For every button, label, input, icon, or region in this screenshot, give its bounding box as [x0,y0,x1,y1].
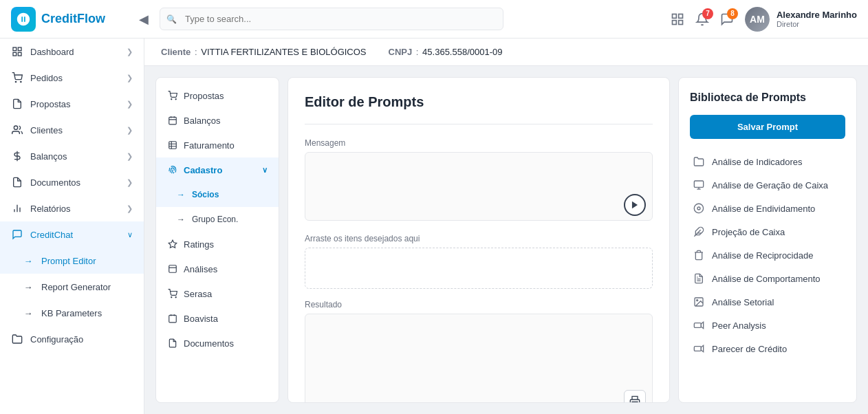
svg-rect-0 [672,14,676,18]
mensagem-wrapper [305,152,653,223]
editor-divider [305,124,653,124]
inner-sidebar-serasa[interactable]: Serasa [156,281,279,306]
inner-sidebar-boavista[interactable]: Boavista [156,306,279,331]
arrow-right-icon: → [22,254,34,267]
library-item-peer-analysis[interactable]: Peer Analysis [690,314,845,337]
video2-icon [693,342,705,355]
sidebar-item-balancos[interactable]: Balanços ❯ [0,143,144,169]
library-item-analise-comportamento[interactable]: Análise de Comportamento [690,267,845,290]
inner-sidebar-propostas[interactable]: Propostas [156,83,279,108]
user-name: Alexandre Marinho [777,10,857,20]
clientes-icon [11,124,23,136]
sidebar-item-propostas[interactable]: Propostas ❯ [0,91,144,117]
inner-sidebar-grupo-econ[interactable]: → Grupo Econ. [156,207,279,232]
svg-point-38 [697,207,700,210]
inner-sidebar-balancos[interactable]: Balanços [156,108,279,133]
user-info: AM Alexandre Marinho Diretor [745,7,857,32]
logo-icon [11,7,36,32]
svg-rect-30 [169,315,177,323]
star-icon [167,239,178,250]
cnpj-breadcrumb: CNPJ : 45.365.558/0001-09 [389,47,503,57]
drag-area[interactable] [305,248,653,289]
sidebar-item-pedidos[interactable]: Pedidos ❯ [0,65,144,91]
library-item-parecer-credito[interactable]: Parecer de Crédito [690,337,845,360]
sidebar-item-relatorios[interactable]: Relatórios ❯ [0,195,144,221]
chevron-down-icon: ∨ [262,166,268,175]
library-item-projecao-caixa[interactable]: Projeção de Caixa [690,220,845,243]
svg-rect-1 [679,14,683,18]
frame-icon [167,140,178,151]
inner-sidebar-analises[interactable]: Análises [156,257,279,281]
chevron-down-icon: ∨ [127,230,133,239]
inner-layout: Propostas Balanços [144,66,868,414]
dashboard-icon [11,45,23,58]
search-input[interactable] [160,8,503,30]
arrow-right-icon: → [175,214,186,225]
svg-marker-46 [701,322,703,328]
video-icon [693,319,705,331]
sidebar-item-report-generator[interactable]: → Report Generator [0,274,144,300]
doc-frame-icon [167,338,178,349]
svg-rect-3 [679,20,683,24]
notifications-btn[interactable]: 7 [695,12,709,26]
balancos-icon [11,150,23,162]
sidebar-item-creditchat[interactable]: CreditChat ∨ [0,221,144,248]
chevron-icon: ❯ [127,178,133,187]
inner-sidebar: Propostas Balanços [155,77,279,403]
svg-point-8 [15,81,16,82]
svg-marker-25 [169,240,177,248]
svg-point-15 [171,99,172,100]
inner-sidebar-cadastro[interactable]: Cadastro ∨ [156,157,279,182]
chevron-icon: ❯ [127,204,133,213]
library-title: Biblioteca de Prompts [690,91,845,104]
print-button[interactable] [624,390,646,403]
messages-badge: 8 [727,8,738,19]
search-wrapper [160,8,503,30]
sidebar-collapse-btn[interactable]: ◀ [139,12,149,27]
mensagem-textarea[interactable] [305,152,653,221]
resultado-textarea[interactable] [305,314,653,403]
inner-sidebar-documentos[interactable]: Documentos [156,331,279,356]
drag-label: Arraste os itens desejados aqui [305,234,653,243]
svg-rect-26 [169,265,177,273]
client-breadcrumb: Cliente : VITTIA FERTILIZANTES E BIOLÓGI… [161,47,367,57]
play-button[interactable] [624,194,646,216]
library-item-analise-reciprocidade[interactable]: Análise de Reciprocidade [690,243,845,267]
pedidos-icon [11,72,23,84]
sidebar-item-dashboard[interactable]: Dashboard ❯ [0,39,144,65]
library-item-analise-indicadores[interactable]: Análise de Indicadores [690,150,845,173]
chevron-icon: ❯ [127,74,133,83]
sidebar-item-configuracao[interactable]: Configuração [0,326,144,352]
inner-sidebar-socios[interactable]: → Sócios [156,182,279,207]
save-prompt-button[interactable]: Salvar Prompt [690,115,845,139]
creditchat-icon [11,228,23,241]
doc-icon [693,272,705,285]
messages-btn[interactable]: 8 [720,12,734,26]
propostas-icon [11,98,23,110]
serasa-icon [167,288,178,299]
library-item-analise-geracao-caixa[interactable]: Análise de Geração de Caixa [690,173,845,197]
svg-rect-17 [169,117,177,124]
inner-sidebar-ratings[interactable]: Ratings [156,232,279,257]
svg-rect-7 [18,52,21,56]
grid-icon-btn[interactable] [671,12,684,26]
content-area: Cliente : VITTIA FERTILIZANTES E BIOLÓGI… [144,39,868,414]
svg-point-44 [697,300,698,301]
svg-rect-2 [672,20,676,24]
sidebar-item-documentos[interactable]: Documentos ❯ [0,169,144,195]
svg-rect-47 [694,347,701,351]
svg-rect-21 [169,142,177,149]
inner-sidebar-faturamento[interactable]: Faturamento [156,133,279,157]
chevron-icon: ❯ [127,47,133,56]
svg-rect-45 [694,323,701,328]
editor-title: Editor de Prompts [305,94,653,110]
trash-icon [693,249,705,261]
configuracao-icon [11,333,23,345]
sidebar-item-kb-parameters[interactable]: → KB Parameters [0,300,144,326]
sidebar-item-clientes[interactable]: Clientes ❯ [0,117,144,143]
sidebar-item-prompt-editor[interactable]: → Prompt Editor [0,248,144,274]
svg-point-28 [171,297,172,298]
library-item-analise-endividamento[interactable]: Análise de Endividamento [690,197,845,220]
svg-point-29 [175,297,176,298]
library-item-analise-setorial[interactable]: Análise Setorial [690,290,845,314]
